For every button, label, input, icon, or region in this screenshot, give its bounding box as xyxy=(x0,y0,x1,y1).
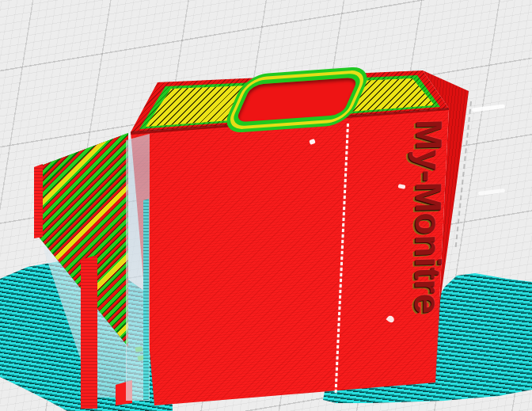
slicer-3d-viewport[interactable]: My-Monitre xyxy=(0,0,532,411)
model-stand-upright[interactable]: My-Monitre xyxy=(0,0,532,411)
embossed-model-text: My-Monitre xyxy=(401,119,451,390)
